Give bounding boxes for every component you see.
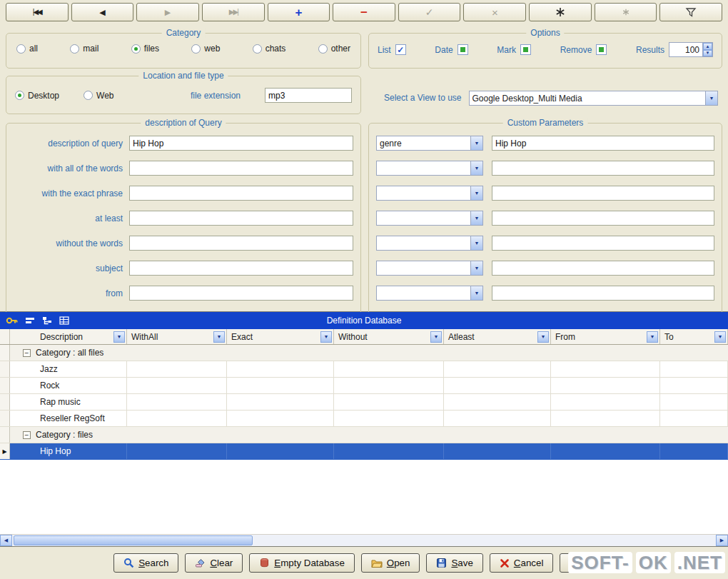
column-header-withall[interactable]: WithAll▼ — [127, 329, 227, 344]
without-words-input[interactable] — [129, 236, 353, 251]
radio-web-location[interactable]: Web — [84, 91, 113, 101]
at-least-input[interactable] — [129, 211, 353, 226]
exact-phrase-input[interactable] — [129, 186, 353, 201]
first-record-button[interactable]: |◀◀ — [6, 3, 69, 21]
insert-record-button[interactable]: + — [268, 3, 330, 21]
filter-button[interactable] — [659, 3, 722, 21]
clear-button[interactable]: Clear — [185, 553, 243, 573]
scroll-left-button[interactable]: ◀ — [0, 535, 12, 546]
results-value[interactable]: 100 — [669, 43, 702, 56]
chevron-down-icon[interactable]: ▼ — [470, 136, 482, 150]
column-header-without[interactable]: Without▼ — [334, 329, 444, 344]
help-button[interactable]: ? Help — [560, 553, 614, 573]
column-dropdown-icon[interactable]: ▼ — [537, 331, 549, 343]
table-row-rap-music[interactable]: Rap music — [0, 394, 728, 411]
chevron-down-icon[interactable]: ▼ — [470, 236, 482, 250]
results-spinner[interactable]: 100 ▲ ▼ — [669, 42, 713, 57]
description-cell[interactable]: Reseller RegSoft — [10, 411, 127, 426]
param-dropdown-6[interactable]: ▼ — [376, 261, 483, 276]
table-row-hip-hop-selected[interactable]: ▶ Hip Hop — [0, 443, 728, 460]
next-record-button[interactable]: ▶ — [136, 3, 199, 21]
group-row-all-files[interactable]: −Category : all files — [0, 345, 728, 361]
column-header-to[interactable]: To▼ — [660, 329, 728, 344]
column-dropdown-icon[interactable]: ▼ — [113, 331, 125, 343]
param-input-2[interactable] — [492, 161, 714, 176]
scrollbar-thumb[interactable] — [14, 535, 253, 545]
mark-checkbox[interactable] — [520, 44, 531, 55]
column-dropdown-icon[interactable]: ▼ — [213, 331, 225, 343]
description-cell[interactable]: Rap music — [10, 394, 127, 410]
save-button[interactable]: Save — [426, 553, 482, 573]
description-cell[interactable]: Jazz — [10, 361, 127, 377]
search-button[interactable]: Search — [113, 553, 178, 573]
last-record-button[interactable]: ▶▶| — [202, 3, 265, 21]
spin-up-button[interactable]: ▲ — [703, 43, 712, 50]
summary-rows-icon[interactable] — [25, 316, 35, 325]
column-header-from[interactable]: From▼ — [551, 329, 660, 344]
column-dropdown-icon[interactable]: ▼ — [714, 331, 726, 343]
radio-mail[interactable]: mail — [70, 44, 98, 54]
key-icon[interactable] — [6, 316, 18, 326]
query-description-input[interactable] — [129, 136, 353, 151]
cancel-button[interactable]: Cancel — [490, 553, 554, 573]
view-selector-dropdown[interactable]: Google Desktop_Multi Media ▼ — [469, 91, 718, 106]
param-dropdown-7[interactable]: ▼ — [376, 286, 483, 301]
scroll-right-button[interactable]: ▶ — [716, 535, 728, 546]
apply-button[interactable] — [595, 3, 657, 21]
column-header-exact[interactable]: Exact▼ — [227, 329, 334, 344]
description-cell[interactable]: Hip Hop — [10, 443, 127, 459]
param-dropdown-3[interactable]: ▼ — [376, 186, 483, 201]
group-row-files[interactable]: −Category : files — [0, 427, 728, 443]
param-input-5[interactable] — [492, 236, 714, 251]
column-dropdown-icon[interactable]: ▼ — [430, 331, 442, 343]
param-input-1[interactable] — [492, 136, 714, 151]
delete-record-button[interactable]: − — [333, 3, 395, 21]
radio-files[interactable]: files — [131, 44, 159, 54]
all-words-input[interactable] — [129, 161, 353, 176]
chevron-down-icon[interactable]: ▼ — [470, 186, 482, 200]
radio-desktop[interactable]: Desktop — [15, 91, 59, 101]
chevron-down-icon[interactable]: ▼ — [470, 211, 482, 225]
scrollbar-track[interactable] — [12, 535, 716, 546]
collapse-icon[interactable]: − — [23, 431, 31, 439]
horizontal-scrollbar[interactable]: ◀ ▶ — [0, 534, 728, 546]
table-row-reseller-regsoft[interactable]: Reseller RegSoft — [0, 411, 728, 427]
param-input-6[interactable] — [492, 261, 714, 276]
table-row-rock[interactable]: Rock — [0, 378, 728, 394]
list-checkbox[interactable]: ✓ — [395, 44, 406, 55]
chevron-down-icon[interactable]: ▼ — [470, 286, 482, 300]
spin-down-button[interactable]: ▼ — [703, 50, 712, 57]
refresh-button[interactable] — [529, 3, 592, 21]
param-dropdown-4[interactable]: ▼ — [376, 211, 483, 226]
radio-chats[interactable]: chats — [253, 44, 286, 54]
chevron-down-icon[interactable]: ▼ — [705, 91, 717, 105]
table-grid-icon[interactable] — [59, 316, 69, 325]
cancel-edit-button[interactable]: × — [463, 3, 526, 21]
column-dropdown-icon[interactable]: ▼ — [320, 331, 332, 343]
subject-input[interactable] — [129, 261, 353, 276]
column-header-atleast[interactable]: Atleast▼ — [444, 329, 551, 344]
column-header-description[interactable]: Description▼ — [10, 329, 127, 344]
group-tree-icon[interactable] — [42, 316, 52, 325]
column-dropdown-icon[interactable]: ▼ — [647, 331, 658, 343]
chevron-down-icon[interactable]: ▼ — [470, 261, 482, 275]
open-button[interactable]: Open — [361, 553, 420, 573]
empty-database-button[interactable]: Empty Database — [249, 553, 355, 573]
param-dropdown-1[interactable]: genre▼ — [376, 136, 483, 151]
table-row-jazz[interactable]: Jazz — [0, 361, 728, 378]
file-extension-input[interactable] — [265, 88, 352, 103]
collapse-icon[interactable]: − — [23, 349, 31, 357]
remove-checkbox[interactable] — [596, 44, 607, 55]
prior-record-button[interactable]: ◀ — [71, 3, 134, 21]
from-input[interactable] — [129, 286, 353, 301]
radio-web[interactable]: web — [191, 44, 220, 54]
param-dropdown-5[interactable]: ▼ — [376, 236, 483, 251]
param-input-3[interactable] — [492, 186, 714, 201]
post-edit-button[interactable]: ✓ — [398, 3, 461, 21]
chevron-down-icon[interactable]: ▼ — [470, 161, 482, 175]
param-input-7[interactable] — [492, 286, 714, 301]
radio-other[interactable]: other — [318, 44, 350, 54]
radio-all[interactable]: all — [16, 44, 38, 54]
param-dropdown-2[interactable]: ▼ — [376, 161, 483, 176]
description-cell[interactable]: Rock — [10, 378, 127, 393]
